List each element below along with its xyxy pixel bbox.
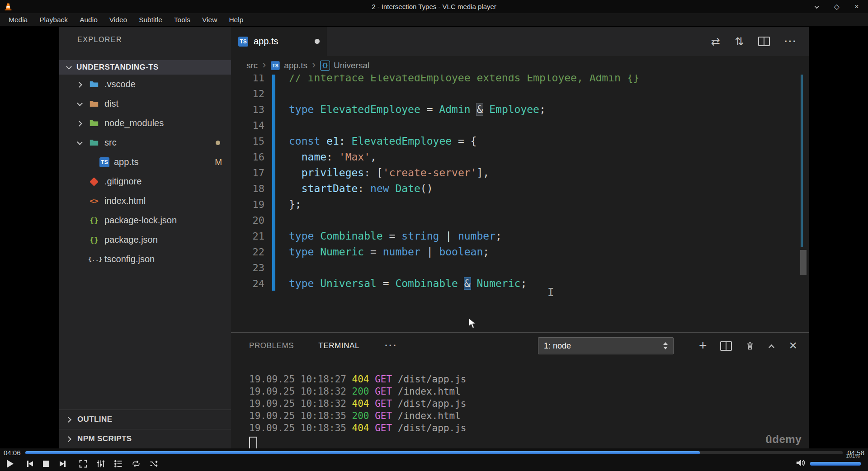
tree-item-app-ts[interactable]: TSapp.tsM	[59, 152, 231, 172]
volume-slider[interactable]	[810, 462, 861, 466]
code-line-content[interactable]	[264, 86, 289, 102]
chevron-spacer	[76, 256, 84, 263]
terminal-select[interactable]: 1: node	[538, 337, 674, 354]
code-token: :	[339, 135, 352, 147]
open-changes-icon[interactable]: ⇄	[711, 35, 720, 48]
modified-dot-icon[interactable]	[315, 39, 320, 44]
next-button[interactable]	[57, 457, 68, 470]
code-token: Numeric	[476, 278, 520, 289]
code-line-13: 13type ElevatedEmployee = Admin & Employ…	[231, 102, 809, 118]
shuffle-button[interactable]	[148, 457, 159, 470]
section-outline[interactable]: OUTLINE	[59, 410, 231, 429]
playlist-button[interactable]	[113, 457, 124, 470]
menu-item-audio[interactable]: Audio	[74, 13, 104, 26]
menu-item-video[interactable]: Video	[104, 13, 133, 26]
code-line-24: 24type Universal = Combinable & Numeric;	[231, 276, 809, 292]
code-line-23: 23	[231, 260, 809, 276]
code-line-content[interactable]: privileges: ['create-server'],	[264, 165, 489, 181]
close-panel-icon[interactable]: ×	[789, 338, 797, 353]
terminal-token	[369, 374, 375, 385]
tree-item-label: .gitignore	[104, 176, 142, 187]
code-line-content[interactable]: };	[264, 197, 302, 212]
minimize-button[interactable]	[813, 3, 821, 11]
code-line-content[interactable]: const e1: ElevatedEmployee = {	[264, 133, 476, 149]
menu-item-media[interactable]: Media	[3, 13, 33, 26]
project-name: UNDERSTANDING-TS	[76, 63, 159, 72]
modified-dot-icon	[216, 141, 220, 145]
tree-item-package-json[interactable]: {}package.json	[59, 230, 231, 250]
code-token: startDate	[302, 183, 358, 194]
line-number: 18	[231, 181, 264, 197]
compare-changes-icon[interactable]: ⇅	[735, 35, 744, 48]
scrollbar-thumb[interactable]	[800, 250, 807, 275]
code-token: =	[383, 230, 402, 242]
code-line-content[interactable]: type Combinable = string | number;	[264, 228, 502, 244]
menu-item-subtitle[interactable]: Subtitle	[133, 13, 168, 26]
file-git-icon	[90, 177, 99, 186]
menu-item-view[interactable]: View	[196, 13, 223, 26]
code-line-content[interactable]	[264, 118, 289, 133]
code-editor[interactable]: 11// interface ElevatedEmployee extends …	[231, 75, 809, 332]
new-terminal-icon[interactable]: +	[699, 338, 707, 353]
code-token: Employee	[489, 104, 539, 115]
code-line-content[interactable]: type ElevatedEmployee = Admin & Employee…	[264, 102, 546, 118]
terminal-token: /dist/app.js	[392, 398, 466, 409]
menu-item-help[interactable]: Help	[223, 13, 249, 26]
more-actions-icon[interactable]: ···	[784, 36, 797, 47]
split-terminal-icon[interactable]	[720, 341, 732, 351]
close-button[interactable]: ×	[853, 3, 861, 11]
vscode-window: EXPLORER UNDERSTANDING-TS .vscodedistnod…	[59, 27, 809, 448]
breadcrumb-app-ts[interactable]: TSapp.ts	[270, 61, 307, 71]
play-button[interactable]	[5, 457, 15, 470]
tree-item-package-lock-json[interactable]: {}package-lock.json	[59, 211, 231, 230]
seek-fill	[25, 451, 700, 454]
tree-item-src[interactable]: src	[59, 133, 231, 152]
menu-item-tools[interactable]: Tools	[168, 13, 196, 26]
terminal-line: 19.09.25 10:18:27 404 GET /dist/app.js	[249, 373, 809, 386]
code-line-content[interactable]: type Universal = Combinable & Numeric;	[264, 276, 527, 292]
chevron-down-icon	[76, 100, 84, 108]
tree-item-node-modules[interactable]: node_modules	[59, 113, 231, 133]
menu-item-playback[interactable]: Playback	[33, 13, 74, 26]
project-header[interactable]: UNDERSTANDING-TS	[59, 60, 231, 75]
kill-terminal-icon[interactable]	[745, 341, 755, 351]
file-json-icon: {}	[88, 216, 100, 225]
tree-item-tsconfig-json[interactable]: {..}tsconfig.json	[59, 250, 231, 269]
line-number: 23	[231, 260, 264, 276]
tree-item-gitignore[interactable]: .gitignore	[59, 172, 231, 191]
terminal-output[interactable]: 19.09.25 10:18:27 404 GET /dist/app.js19…	[231, 359, 809, 448]
tree-item-label: app.ts	[114, 157, 138, 167]
code-line-content[interactable]: startDate: new Date()	[264, 181, 433, 197]
maximize-button[interactable]: ◇	[833, 3, 841, 11]
video-area[interactable]: EXPLORER UNDERSTANDING-TS .vscodedistnod…	[0, 26, 868, 448]
stop-button[interactable]	[41, 457, 52, 470]
tab-app-ts[interactable]: TS app.ts	[231, 27, 327, 56]
section-npm-scripts[interactable]: NPM SCRIPTS	[59, 429, 231, 448]
line-number: 22	[231, 244, 264, 260]
terminal-select-value: 1: node	[544, 341, 571, 351]
seek-bar[interactable]	[25, 451, 843, 454]
maximize-panel-icon[interactable]	[768, 342, 775, 349]
tree-item-index-html[interactable]: <>index.html	[59, 191, 231, 211]
breadcrumb-src[interactable]: src	[246, 61, 258, 71]
breadcrumb-universal[interactable]: {}Universal	[320, 61, 369, 71]
code-line-content[interactable]	[264, 260, 289, 276]
fullscreen-button[interactable]	[78, 457, 89, 470]
panel-more-icon[interactable]: ···	[385, 340, 397, 352]
code-line-content[interactable]: type Numeric = number | boolean;	[264, 244, 489, 260]
speaker-icon[interactable]	[796, 458, 806, 470]
panel-tab-problems[interactable]: PROBLEMS	[249, 341, 294, 350]
loop-button[interactable]	[131, 457, 142, 470]
tree-item-vscode[interactable]: .vscode	[59, 75, 231, 94]
code-line-content[interactable]	[264, 212, 289, 228]
tree-item-dist[interactable]: dist	[59, 94, 231, 113]
git-modified-badge: M	[215, 157, 222, 167]
previous-button[interactable]	[24, 457, 35, 470]
terminal-token: 19.09.25 10:18:27	[249, 374, 352, 385]
window-title: 2 - Intersection Types - VLC media playe…	[0, 3, 868, 10]
extended-settings-button[interactable]	[95, 457, 106, 470]
split-editor-icon[interactable]	[758, 37, 770, 46]
code-line-content[interactable]: // interface ElevatedEmployee extends Em…	[264, 75, 639, 86]
code-line-content[interactable]: name: 'Max',	[264, 149, 377, 165]
panel-tab-terminal[interactable]: TERMINAL	[318, 341, 359, 350]
